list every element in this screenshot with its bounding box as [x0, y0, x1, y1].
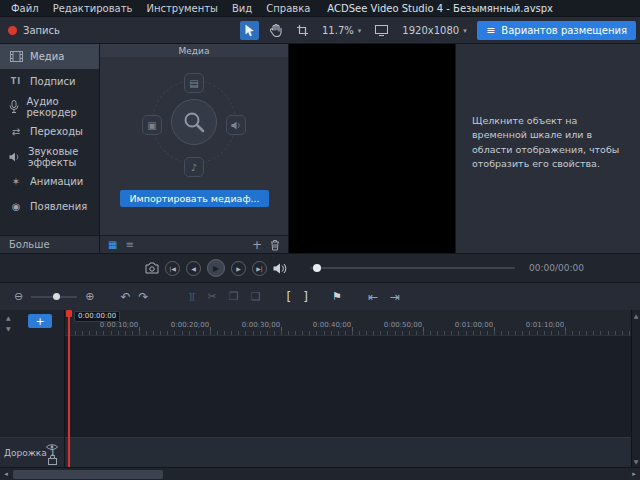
- record-button[interactable]: Запись: [8, 17, 60, 44]
- mark-out-button[interactable]: ]: [303, 290, 308, 304]
- track-lock-button[interactable]: [48, 454, 57, 465]
- sidebar-more-button[interactable]: Больше: [0, 235, 99, 253]
- list-view-button[interactable]: ≡: [125, 239, 133, 250]
- chevron-down-icon: ▾: [358, 27, 362, 35]
- step-back-button[interactable]: ◀: [186, 261, 201, 276]
- paste-button[interactable]: ❏: [251, 290, 261, 303]
- menu-help[interactable]: Справка: [259, 2, 317, 15]
- canvas-size-button[interactable]: [371, 22, 392, 39]
- jump-start-button[interactable]: |◀: [165, 261, 180, 276]
- menu-file[interactable]: Файл: [4, 2, 46, 15]
- scroll-down-icon[interactable]: ▼: [634, 458, 639, 465]
- ruler-label: 0:00:50;00: [383, 321, 423, 329]
- layout-options-button[interactable]: ≡ Вариантов размещения: [477, 21, 636, 40]
- jump-end-button[interactable]: ▶|: [252, 261, 267, 276]
- track-1-lane[interactable]: [65, 437, 631, 467]
- magnifier-icon: [171, 99, 217, 145]
- collapse-down-icon[interactable]: ▼: [6, 325, 11, 332]
- cursor-icon: [244, 24, 255, 37]
- go-to-start-button[interactable]: ⇤: [368, 290, 378, 304]
- film-badge-icon: ▤: [184, 73, 204, 93]
- speaker-icon: [9, 152, 21, 162]
- time-display: 00:00/00:00: [529, 263, 584, 273]
- camera-icon: [145, 262, 159, 274]
- sidebar-item-label: Появления: [30, 201, 87, 212]
- hand-icon: [270, 24, 282, 37]
- cut-button[interactable]: ✂: [208, 290, 217, 303]
- playhead[interactable]: [68, 310, 70, 467]
- grid-view-button[interactable]: ▦: [108, 239, 117, 250]
- record-icon: [8, 26, 17, 35]
- timeline-ruler[interactable]: 0:00:10;00 0:00:20;00 0:00:30;00 0:00:40…: [65, 310, 631, 336]
- redo-button[interactable]: ↷: [139, 290, 149, 304]
- timeline-toolbar: ⊖ ⊕ ↶ ↷ ][ ✂ ❐ ❏ [ ] ⚑ ⇤ ⇥: [0, 282, 640, 310]
- scroll-up-icon[interactable]: ▲: [634, 312, 639, 319]
- properties-panel: Щелкните объект на временной шкале или в…: [455, 44, 640, 253]
- seek-slider-knob[interactable]: [313, 264, 321, 272]
- undo-button[interactable]: ↶: [120, 290, 130, 304]
- sidebar-item-captions[interactable]: TI Подписи: [0, 69, 99, 94]
- select-tool-button[interactable]: [240, 21, 259, 40]
- crop-icon: [297, 25, 308, 36]
- sidebar-item-media[interactable]: Медиа: [0, 44, 99, 69]
- step-forward-button[interactable]: ▶: [231, 261, 246, 276]
- zoom-level-select[interactable]: 11.7% ▾: [319, 23, 364, 38]
- mark-in-button[interactable]: [: [287, 290, 292, 304]
- scroll-right-icon[interactable]: ▸: [628, 470, 640, 478]
- volume-icon: [273, 263, 287, 274]
- add-media-button[interactable]: +: [252, 238, 262, 252]
- sidebar-item-label: Звуковые эффекты: [28, 146, 90, 168]
- volume-button[interactable]: [273, 263, 287, 274]
- playhead-handle[interactable]: [66, 310, 72, 317]
- main-toolbar: Запись 11.7% ▾ 1920x1080 ▾: [0, 17, 640, 44]
- media-panel-footer: ▦ ≡ +: [100, 235, 288, 253]
- layout-options-label: Вариантов размещения: [501, 25, 627, 36]
- zoom-out-button[interactable]: ⊖: [14, 290, 23, 303]
- delete-media-button[interactable]: [270, 239, 280, 251]
- timeline-lanes[interactable]: 0:00:10;00 0:00:20;00 0:00:30;00 0:00:40…: [65, 310, 631, 467]
- add-track-button[interactable]: +: [28, 314, 52, 328]
- add-marker-button[interactable]: ⚑: [332, 290, 342, 303]
- monitor-icon: [375, 25, 388, 36]
- sidebar-item-audio-recorder[interactable]: Аудио рекордер: [0, 94, 99, 119]
- lock-icon: [48, 454, 57, 465]
- resolution-select[interactable]: 1920x1080 ▾: [399, 23, 469, 38]
- sidebar-item-transitions[interactable]: ⇄ Переходы: [0, 119, 99, 144]
- split-button[interactable]: ][: [189, 292, 196, 302]
- timeline-vertical-scrollbar[interactable]: ▲ ▼: [631, 310, 640, 467]
- scrollbar-thumb[interactable]: [13, 470, 163, 479]
- collapse-up-icon[interactable]: ▲: [6, 314, 11, 321]
- timeline-horizontal-scrollbar[interactable]: ◂ ▸: [0, 467, 640, 480]
- properties-hint-text: Щелкните объект на временной шкале или в…: [472, 114, 625, 171]
- sidebar: Медиа TI Подписи Аудио рекордер ⇄ Перехо…: [0, 44, 100, 253]
- seek-slider[interactable]: [310, 267, 515, 269]
- crop-tool-button[interactable]: [293, 22, 312, 39]
- track-visibility-button[interactable]: [46, 443, 58, 451]
- menu-edit[interactable]: Редактировать: [46, 2, 140, 15]
- app-window: Файл Редактировать Инструменты Вид Справ…: [0, 0, 640, 480]
- zoom-in-button[interactable]: ⊕: [85, 290, 94, 303]
- sidebar-item-sound-effects[interactable]: Звуковые эффекты: [0, 144, 99, 169]
- menu-tools[interactable]: Инструменты: [139, 2, 225, 15]
- transitions-icon: ⇄: [9, 126, 23, 137]
- snapshot-button[interactable]: [145, 262, 159, 274]
- sidebar-item-label: Переходы: [30, 126, 83, 137]
- media-panel-header: Медиа: [100, 44, 288, 57]
- go-to-end-button[interactable]: ⇥: [390, 290, 400, 304]
- zoom-level-value: 11.7%: [322, 25, 354, 36]
- scroll-left-icon[interactable]: ◂: [0, 470, 12, 478]
- sidebar-item-behaviors[interactable]: ◉ Появления: [0, 194, 99, 219]
- pan-tool-button[interactable]: [266, 21, 286, 40]
- speaker-badge-icon: [226, 115, 246, 135]
- copy-button[interactable]: ❐: [229, 290, 239, 303]
- layout-icon: ≡: [486, 25, 495, 36]
- music-badge-icon: ♪: [184, 157, 204, 177]
- timeline-zoom-knob[interactable]: [53, 293, 60, 300]
- menu-view[interactable]: Вид: [225, 2, 259, 15]
- video-preview-canvas[interactable]: [289, 44, 455, 253]
- sidebar-item-animations[interactable]: ✶ Анимации: [0, 169, 99, 194]
- ruler-label: 0:00:20;00: [170, 321, 210, 329]
- play-button[interactable]: ▶: [207, 259, 225, 277]
- timeline-zoom-slider[interactable]: [31, 296, 77, 298]
- import-media-button[interactable]: Импортировать медиаф...: [120, 190, 269, 207]
